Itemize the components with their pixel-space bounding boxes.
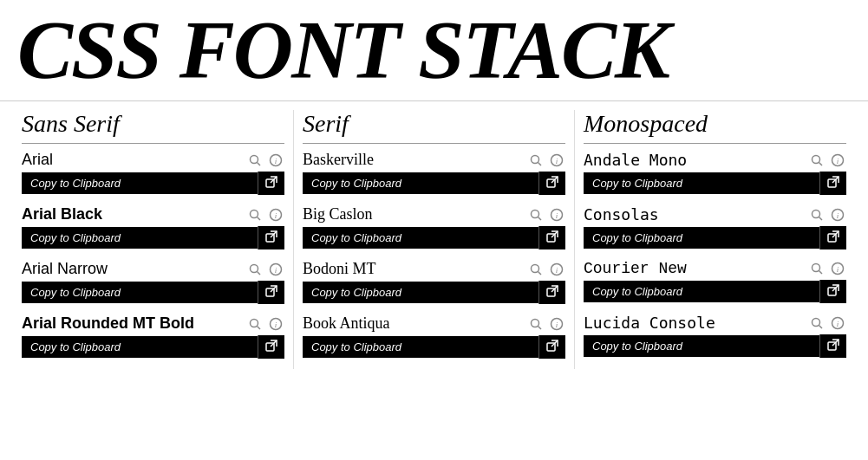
copy-to-clipboard-button[interactable]: Copy to Clipboard — [303, 336, 538, 358]
svg-line-55 — [819, 217, 823, 220]
svg-text:i: i — [275, 321, 277, 329]
font-item: Arial Narrow i Copy to Clipboard — [22, 260, 284, 309]
columns-container: Sans SerifArial i Copy to Clipboard Aria… — [0, 101, 868, 378]
external-link-button[interactable] — [538, 172, 565, 195]
font-name-row: Andale Mono i — [584, 151, 846, 169]
search-icon[interactable] — [808, 314, 826, 332]
search-icon[interactable] — [808, 260, 826, 277]
svg-point-30 — [532, 210, 539, 217]
copy-to-clipboard-button[interactable]: Copy to Clipboard — [584, 335, 819, 357]
font-icons: i — [808, 314, 846, 332]
copy-to-clipboard-button[interactable]: Copy to Clipboard — [22, 172, 258, 194]
info-icon[interactable]: i — [829, 152, 846, 169]
external-link-button[interactable] — [819, 172, 846, 195]
copy-to-clipboard-button[interactable]: Copy to Clipboard — [303, 172, 538, 194]
search-icon[interactable] — [246, 315, 264, 333]
font-name-row: Big Caslon i — [303, 205, 565, 224]
font-icons: i — [527, 152, 565, 169]
external-link-button[interactable] — [258, 281, 284, 304]
main-title: CSS FONT STACK — [0, 0, 868, 101]
svg-line-61 — [819, 271, 823, 275]
info-icon[interactable]: i — [267, 261, 284, 278]
svg-point-6 — [251, 210, 258, 217]
info-icon[interactable]: i — [267, 206, 284, 224]
info-icon[interactable]: i — [548, 206, 565, 224]
font-item: Big Caslon i Copy to Clipboard — [303, 205, 565, 255]
external-link-button[interactable] — [258, 335, 284, 359]
copy-to-clipboard-button[interactable]: Copy to Clipboard — [584, 281, 819, 302]
info-icon[interactable]: i — [267, 152, 284, 169]
copy-to-clipboard-button[interactable]: Copy to Clipboard — [584, 172, 819, 194]
font-item: Courier New i Copy to Clipboard — [584, 260, 846, 308]
font-name-row: Arial Narrow i — [22, 260, 284, 278]
copy-row: Copy to Clipboard — [584, 172, 846, 195]
info-icon[interactable]: i — [829, 206, 846, 224]
search-icon[interactable] — [808, 152, 826, 169]
font-name-label: Arial — [22, 151, 53, 169]
copy-row: Copy to Clipboard — [303, 226, 565, 249]
column-header-monospaced: Monospaced — [584, 110, 846, 144]
info-icon[interactable]: i — [548, 261, 565, 278]
search-icon[interactable] — [527, 206, 545, 224]
external-link-button[interactable] — [258, 172, 284, 195]
font-name-row: Arial Rounded MT Bold i — [22, 314, 284, 333]
copy-to-clipboard-button[interactable]: Copy to Clipboard — [22, 282, 258, 303]
svg-point-36 — [532, 264, 539, 272]
search-icon[interactable] — [246, 206, 264, 224]
font-item: Consolas i Copy to Clipboard — [584, 205, 846, 255]
svg-point-12 — [251, 264, 258, 272]
font-name-label: Consolas — [584, 205, 659, 224]
font-icons: i — [246, 315, 284, 333]
search-icon[interactable] — [246, 261, 264, 278]
copy-row: Copy to Clipboard — [584, 334, 846, 358]
svg-text:i: i — [556, 266, 558, 275]
svg-line-31 — [538, 217, 542, 220]
font-item: Book Antiqua i Copy to Clipboard — [303, 314, 565, 364]
search-icon[interactable] — [527, 261, 545, 278]
search-icon[interactable] — [808, 206, 826, 224]
column-serif: SerifBaskerville i Copy to Clipboard Big… — [294, 110, 575, 369]
svg-line-43 — [538, 326, 542, 329]
svg-text:i: i — [556, 321, 558, 329]
svg-point-48 — [813, 155, 820, 163]
copy-row: Copy to Clipboard — [22, 335, 284, 359]
external-link-button[interactable] — [819, 226, 846, 249]
copy-to-clipboard-button[interactable]: Copy to Clipboard — [584, 227, 819, 249]
font-icons: i — [246, 261, 284, 278]
font-icons: i — [808, 152, 846, 169]
svg-line-37 — [538, 271, 542, 275]
copy-to-clipboard-button[interactable]: Copy to Clipboard — [22, 227, 258, 249]
external-link-button[interactable] — [538, 226, 565, 249]
svg-point-24 — [532, 155, 539, 163]
copy-to-clipboard-button[interactable]: Copy to Clipboard — [22, 336, 258, 358]
search-icon[interactable] — [246, 152, 264, 169]
column-monospaced: MonospacedAndale Mono i Copy to Clipboar… — [575, 110, 855, 369]
font-name-label: Courier New — [584, 260, 687, 277]
external-link-button[interactable] — [538, 335, 565, 359]
font-icons: i — [246, 206, 284, 224]
info-icon[interactable]: i — [548, 315, 565, 333]
search-icon[interactable] — [527, 152, 545, 169]
column-header-serif: Serif — [303, 110, 565, 144]
info-icon[interactable]: i — [548, 152, 565, 169]
font-icons: i — [527, 315, 565, 333]
copy-to-clipboard-button[interactable]: Copy to Clipboard — [303, 282, 538, 303]
external-link-button[interactable] — [538, 281, 565, 304]
info-icon[interactable]: i — [829, 314, 846, 332]
font-name-label: Big Caslon — [303, 205, 373, 224]
info-icon[interactable]: i — [267, 315, 284, 333]
svg-line-7 — [258, 217, 261, 220]
font-item: Arial Black i Copy to Clipboard — [22, 205, 284, 255]
external-link-button[interactable] — [819, 334, 846, 358]
font-name-row: Baskerville i — [303, 151, 565, 169]
external-link-button[interactable] — [258, 226, 284, 249]
info-icon[interactable]: i — [829, 260, 846, 277]
svg-text:i: i — [837, 320, 839, 328]
copy-row: Copy to Clipboard — [303, 281, 565, 304]
search-icon[interactable] — [527, 315, 545, 333]
font-icons: i — [527, 206, 565, 224]
svg-point-54 — [813, 210, 820, 217]
external-link-button[interactable] — [819, 280, 846, 303]
copy-to-clipboard-button[interactable]: Copy to Clipboard — [303, 227, 538, 249]
svg-text:i: i — [837, 211, 839, 220]
